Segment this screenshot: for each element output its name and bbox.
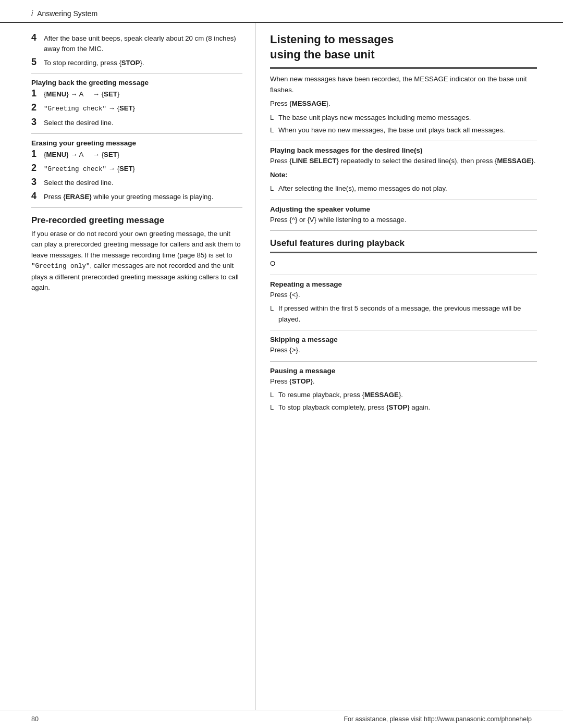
erasing-step-1-text: {MENU} → A → {SET} <box>44 150 242 160</box>
step-5: 5 To stop recording, press {STOP}. <box>31 57 242 68</box>
divider-3 <box>31 207 242 208</box>
divider-r4 <box>270 275 537 275</box>
divider-r1 <box>270 141 537 141</box>
right-column: Listening to messages using the base uni… <box>255 23 563 710</box>
playback-step-1-text: {MENU} → A → {SET} <box>44 89 242 100</box>
repeating-heading: Repeating a message <box>270 280 537 288</box>
note-label-text: Note: <box>270 171 288 179</box>
playback-step-3: 3 Select the desired line. <box>31 117 242 128</box>
skipping-press: Press {>}. <box>270 345 537 355</box>
useful-char: O <box>270 258 537 269</box>
erasing-step-2-num: 2 <box>31 163 41 174</box>
erasing-step-4: 4 Press {ERASE} while your greeting mess… <box>31 191 242 202</box>
playback-step-1: 1 {MENU} → A → {SET} <box>31 88 242 100</box>
useful-thick-divider <box>270 252 537 253</box>
main-heading: Listening to messages using the base uni… <box>270 32 537 62</box>
erasing-step-3-num: 3 <box>31 177 41 188</box>
skipping-heading: Skipping a message <box>270 336 537 343</box>
divider-1 <box>31 73 242 73</box>
page-number: 80 <box>31 715 39 723</box>
divider-2 <box>31 133 242 134</box>
intro-para: When new messages have been recorded, th… <box>270 74 537 95</box>
step-5-number: 5 <box>31 57 41 68</box>
header-italic: i <box>31 9 33 18</box>
adjusting-heading: Adjusting the speaker volume <box>270 205 537 213</box>
main-heading-line1: Listening to messages <box>270 33 394 46</box>
repeating-bullet: If pressed within the first 5 seconds of… <box>270 303 537 325</box>
erasing-step-4-num: 4 <box>31 191 41 202</box>
step-5-stop: STOP <box>121 59 140 67</box>
note-bullet: After selecting the line(s), memo messag… <box>270 183 537 194</box>
step-4: 4 After the base unit beeps, speak clear… <box>31 32 242 54</box>
pausing-bullet-2: To stop playback completely, press {STOP… <box>270 402 537 413</box>
pausing-press: Press {STOP}. <box>270 376 537 387</box>
playback-step-3-num: 3 <box>31 117 41 128</box>
prerecorded-heading: Pre-recorded greeting message <box>31 215 242 226</box>
playback-step-2-text: "Greeting check" → {SET} <box>44 103 242 114</box>
divider-r5 <box>270 330 537 330</box>
adjusting-para: Press {^} or {V} while listening to a me… <box>270 215 537 225</box>
step-4-text: After the base unit beeps, speak clearly… <box>44 33 242 54</box>
main-heading-line2: using the base unit <box>270 48 374 61</box>
thick-divider <box>270 67 537 69</box>
erasing-step-1-num: 1 <box>31 149 41 160</box>
erasing-step-4-text: Press {ERASE} while your greeting messag… <box>44 192 242 202</box>
erasing-step-2: 2 "Greeting check" → {SET} <box>31 163 242 175</box>
repeating-press: Press {<}. <box>270 290 537 300</box>
playback-lines-heading: Playing back messages for the desired li… <box>270 146 537 154</box>
erasing-step-2-text: "Greeting check" → {SET} <box>44 164 242 175</box>
footer-help-text: For assistance, please visit http://www.… <box>344 715 532 723</box>
divider-r2 <box>270 200 537 200</box>
pausing-bullet-1: To resume playback, press {MESSAGE}. <box>270 390 537 400</box>
erasing-step-1: 1 {MENU} → A → {SET} <box>31 149 242 160</box>
playback-step-1-num: 1 <box>31 88 41 100</box>
bullet-1: The base unit plays new messages includi… <box>270 113 537 123</box>
erasing-step-3: 3 Select the desired line. <box>31 177 242 188</box>
main-content: 4 After the base unit beeps, speak clear… <box>0 23 563 710</box>
playback-step-2: 2 "Greeting check" → {SET} <box>31 102 242 114</box>
prerecorded-para: If you erase or do not record your own g… <box>31 229 242 293</box>
pausing-heading: Pausing a message <box>270 367 537 375</box>
page-header: i Answering System <box>0 0 563 23</box>
press-message-line: Press {MESSAGE}. <box>270 98 537 109</box>
header-title: Answering System <box>37 9 97 18</box>
bullet-2: When you have no new messages, the base … <box>270 125 537 135</box>
left-column: 4 After the base unit beeps, speak clear… <box>0 23 255 710</box>
erasing-step-3-text: Select the desired line. <box>44 178 242 188</box>
useful-heading: Useful features during playback <box>270 238 537 249</box>
divider-r6 <box>270 361 537 362</box>
playback-greeting-heading: Playing back the greeting message <box>31 79 242 87</box>
playback-step-2-num: 2 <box>31 102 41 114</box>
playback-step-3-text: Select the desired line. <box>44 118 242 128</box>
playback-lines-para: Press {LINE SELECT} repeatedly to select… <box>270 156 537 166</box>
step-5-text: To stop recording, press {STOP}. <box>44 58 242 68</box>
divider-r3 <box>270 230 537 231</box>
erasing-greeting-heading: Erasing your greeting message <box>31 139 242 147</box>
note-label: Note: <box>270 170 537 180</box>
step-4-number: 4 <box>31 32 41 44</box>
page-footer: 80 For assistance, please visit http://w… <box>0 710 563 728</box>
message-bold: MESSAGE <box>292 100 326 107</box>
